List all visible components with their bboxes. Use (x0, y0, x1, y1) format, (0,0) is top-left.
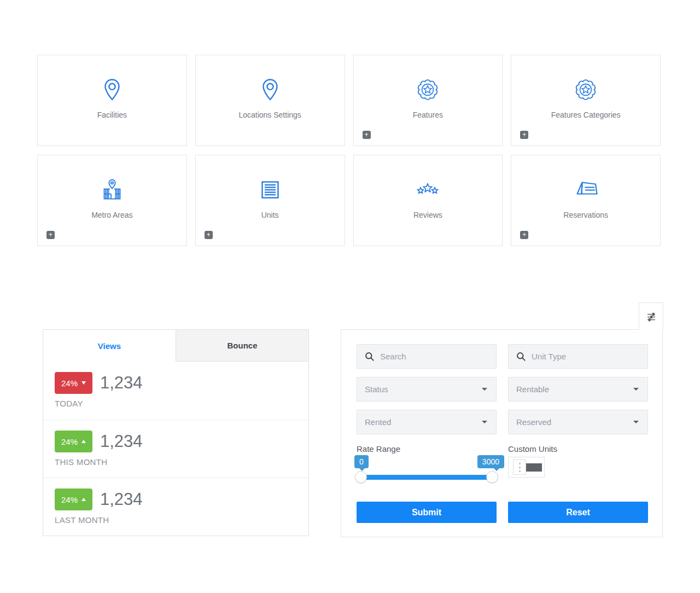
percent-badge[interactable]: 24% (55, 372, 92, 394)
chevron-down-icon (633, 388, 639, 391)
dashboard-page: Facilities + Locations Settings + Featur… (0, 0, 700, 593)
chevron-down-icon (633, 421, 639, 423)
stat-value: 1,234 (100, 490, 143, 509)
city-map-pin-icon (99, 177, 125, 203)
rentable-select[interactable]: Rentable (508, 377, 648, 402)
search-icon (516, 352, 526, 361)
three-stars-icon (415, 177, 441, 203)
add-button[interactable]: + (363, 131, 371, 139)
stat-row-last-month: 24% 1,234 LAST MONTH (43, 478, 308, 536)
card-features-categories[interactable]: Features Categories + (511, 55, 661, 146)
module-cards-grid: Facilities + Locations Settings + Featur… (37, 55, 661, 246)
slider-min-tooltip: 0 (354, 455, 369, 468)
trend-caret-icon (81, 381, 86, 385)
unit-type-input[interactable] (532, 352, 639, 361)
card-reviews[interactable]: Reviews + (353, 155, 503, 246)
stat-label: TODAY (55, 399, 308, 408)
card-label: Locations Settings (238, 111, 301, 119)
map-pin-icon (99, 77, 125, 103)
search-field[interactable] (357, 344, 497, 369)
search-icon (365, 352, 374, 361)
stat-row-today: 24% 1,234 TODAY (43, 362, 308, 420)
filter-panel: Status Rentable Rented Reserved Rate Ran… (341, 329, 663, 537)
card-units[interactable]: Units + (195, 155, 345, 246)
slider-max-handle[interactable] (486, 471, 498, 483)
rosette-star-icon (415, 77, 441, 103)
add-button[interactable]: + (46, 231, 55, 239)
slider-min-handle[interactable] (355, 471, 367, 483)
grip-dots-icon (513, 460, 526, 475)
garage-door-icon (257, 177, 283, 203)
card-facilities[interactable]: Facilities + (37, 55, 187, 146)
card-label: Reviews (413, 211, 442, 219)
rented-select[interactable]: Rented (357, 410, 497, 434)
add-button[interactable]: + (520, 231, 528, 239)
toggle-knob (526, 463, 542, 472)
stat-row-this-month: 24% 1,234 THIS MONTH (43, 420, 308, 478)
rosette-star-icon (573, 77, 599, 103)
tab-views[interactable]: Views (43, 330, 176, 362)
tent-card-icon (573, 177, 599, 203)
search-input[interactable] (380, 352, 487, 361)
stats-panel: Views Bounce 24% 1,234 TODAY 24% 1,234 (43, 329, 309, 536)
chevron-down-icon (482, 421, 487, 423)
reserved-select[interactable]: Reserved (508, 410, 648, 434)
percent-value: 24% (61, 379, 78, 388)
custom-units-label: Custom Units (508, 444, 557, 454)
stat-label: LAST MONTH (55, 515, 308, 525)
reset-button[interactable]: Reset (508, 502, 648, 523)
tab-bounce[interactable]: Bounce (176, 330, 308, 362)
card-metro-areas[interactable]: Metro Areas + (37, 155, 187, 246)
chevron-down-icon (482, 388, 487, 391)
percent-badge[interactable]: 24% (55, 489, 92, 510)
status-select[interactable]: Status (357, 377, 497, 402)
card-label: Units (261, 211, 279, 219)
card-label: Features Categories (551, 111, 621, 119)
filter-toggle-button[interactable] (639, 303, 663, 330)
card-locations-settings[interactable]: Locations Settings + (195, 55, 345, 146)
percent-value: 24% (61, 437, 78, 446)
select-value: Status (365, 385, 388, 394)
add-button[interactable]: + (205, 231, 213, 239)
slider-track[interactable] (357, 475, 497, 480)
sliders-icon (646, 311, 657, 322)
rate-range-slider: 0 3000 (357, 454, 500, 489)
select-value: Reserved (516, 417, 551, 427)
card-label: Facilities (97, 111, 127, 119)
trend-caret-icon (81, 440, 86, 443)
stat-label: THIS MONTH (55, 457, 308, 467)
add-button[interactable]: + (520, 131, 528, 139)
stats-tab-bar: Views Bounce (43, 330, 308, 362)
percent-value: 24% (61, 495, 78, 504)
slider-max-tooltip: 3000 (477, 455, 504, 468)
percent-badge[interactable]: 24% (55, 431, 92, 452)
card-reservations[interactable]: Reservations + (511, 155, 661, 246)
card-label: Features (413, 111, 443, 119)
custom-units-toggle[interactable] (508, 457, 545, 478)
stat-value: 1,234 (100, 373, 143, 393)
card-label: Metro Areas (91, 211, 132, 219)
card-features[interactable]: Features + (353, 55, 503, 146)
map-pin-icon (257, 77, 283, 103)
select-value: Rented (365, 417, 391, 427)
submit-button[interactable]: Submit (357, 502, 497, 523)
select-value: Rentable (516, 385, 549, 394)
card-label: Reservations (563, 211, 608, 219)
trend-caret-icon (81, 498, 86, 501)
rate-range-label: Rate Range (357, 444, 400, 454)
stat-value: 1,234 (100, 432, 143, 451)
unit-type-field[interactable] (508, 344, 648, 369)
